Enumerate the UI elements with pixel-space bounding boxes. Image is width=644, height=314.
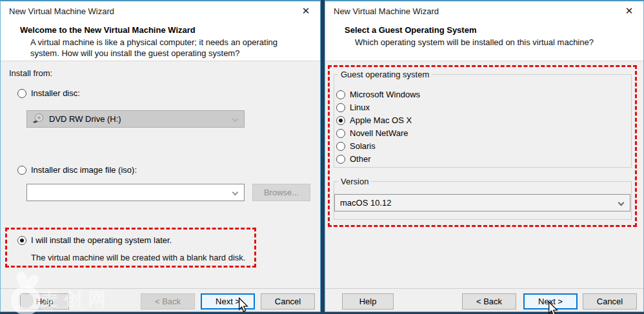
dialog-header: New Virtual Machine Wizard ✕ Select a Gu… [325,1,643,61]
version-value: macOS 10.12 [340,198,392,208]
radio-os-linux[interactable]: Linux [336,103,370,112]
radio-label: I will install the operating system late… [31,235,172,245]
radio-os-other[interactable]: Other [336,154,371,164]
radio-os-netware[interactable]: Novell NetWare [336,128,408,138]
cancel-button[interactable]: Cancel [583,293,637,309]
install-later-note: The virtual machine will be created with… [31,253,245,262]
help-button[interactable]: Help [20,293,69,309]
radio-os-windows[interactable]: Microsoft Windows [336,90,420,99]
browse-button[interactable]: Browse... [252,184,310,201]
radio-circle[interactable] [17,89,26,98]
page-title: Welcome to the New Virtual Machine Wizar… [20,25,196,35]
radio-circle[interactable] [17,236,26,245]
back-button[interactable]: < Back [462,293,516,309]
page-description: A virtual machine is like a physical com… [30,37,292,59]
page-title: Select a Guest Operating System [345,25,476,35]
install-from-label: Install from: [9,68,52,78]
radio-circle[interactable] [336,155,345,164]
chevron-down-icon[interactable] [232,190,239,196]
radio-circle[interactable] [17,166,26,175]
iso-path-combobox[interactable] [26,184,245,201]
chevron-down-icon[interactable] [618,200,625,206]
radio-os-mac[interactable]: Apple Mac OS X [336,115,412,125]
guest-os-group-label: Guest operating system [338,70,432,79]
wizard-dialog-guest-os: New Virtual Machine Wizard ✕ Select a Gu… [325,0,644,312]
dialog-header: New Virtual Machine Wizard ✕ Welcome to … [1,1,320,61]
radio-label: Installer disc: [31,88,80,98]
help-button[interactable]: Help [342,293,394,309]
radio-installer-iso[interactable]: Installer disc image file (iso): [17,165,137,175]
cancel-button[interactable]: Cancel [261,293,315,309]
radio-label: Installer disc image file (iso): [31,165,137,175]
radio-label: Microsoft Windows [350,90,420,99]
mouse-cursor-icon [547,301,559,314]
chevron-down-icon[interactable] [232,116,239,123]
radio-installer-disc[interactable]: Installer disc: [17,88,80,98]
radio-install-later[interactable]: I will install the operating system late… [17,235,172,245]
radio-label: Other [350,154,371,164]
disc-drive-combobox[interactable]: DVD RW Drive (H:) [26,110,245,128]
radio-label: Apple Mac OS X [350,115,412,125]
radio-circle[interactable] [336,103,345,112]
radio-os-solaris[interactable]: Solaris [336,141,376,151]
radio-circle[interactable] [336,142,345,151]
page-description: Which operating system will be installed… [355,37,639,48]
footer-separator [1,288,320,289]
radio-circle[interactable] [336,129,345,138]
version-group-label: Version [338,177,371,186]
radio-label: Solaris [350,141,376,151]
close-icon[interactable]: ✕ [623,5,635,17]
radio-circle[interactable] [336,90,345,99]
mouse-cursor-icon [237,297,249,313]
disc-drive-value: DVD RW Drive (H:) [49,114,121,124]
close-icon[interactable]: ✕ [300,5,312,17]
dvd-drive-icon [32,113,45,125]
radio-label: Novell NetWare [350,128,408,138]
window-title: New Virtual Machine Wizard [9,6,114,16]
radio-circle[interactable] [336,116,345,125]
version-combobox[interactable]: macOS 10.12 [334,194,630,211]
wizard-dialog-welcome: New Virtual Machine Wizard ✕ Welcome to … [0,0,321,312]
radio-label: Linux [350,103,370,112]
screenshot-stage: New Virtual Machine Wizard ✕ Welcome to … [0,0,644,314]
back-button[interactable]: < Back [141,293,195,309]
footer-separator [325,288,643,289]
window-title: New Virtual Machine Wizard [334,6,439,16]
